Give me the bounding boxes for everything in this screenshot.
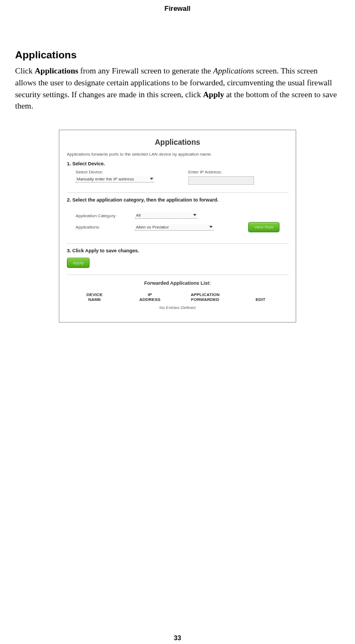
screenshot-frame: Applications Applications forwards ports… <box>59 130 296 323</box>
enter-ip-label: Enter IP Address: <box>188 170 279 175</box>
screenshot-title: Applications <box>67 138 288 146</box>
section-paragraph: Click Applications from any Firewall scr… <box>15 65 340 112</box>
para-text: from any Firewall screen to generate the <box>78 66 213 75</box>
th-device-name: DEVICENAME <box>67 291 122 303</box>
step3-label: 3. Click Apply to save changes. <box>67 248 288 253</box>
page-number: 33 <box>0 634 355 642</box>
link-apply: Apply <box>203 90 224 99</box>
chevron-down-icon <box>209 226 213 228</box>
page-header-title: Firewall <box>0 4 355 12</box>
section-heading: Applications <box>15 49 340 61</box>
step1-label: 1. Select Device. <box>67 161 288 166</box>
applications-value: Alien vs Predator <box>136 225 169 230</box>
apply-button[interactable]: Apply <box>67 258 90 268</box>
select-device-label: Select Device: <box>76 170 167 175</box>
link-applications: Applications <box>35 66 78 75</box>
no-entries-text: No Entries Defined <box>67 305 288 310</box>
ip-address-input[interactable] <box>188 176 254 185</box>
th-ip-address: IPADDRESS <box>122 291 178 303</box>
view-rule-button[interactable]: View Rule <box>248 222 279 232</box>
th-application-forwarded: APPLICATIONFORWARDED <box>178 291 233 303</box>
select-device-value: Manually enter the IP address <box>77 177 134 182</box>
forwarded-list-title: Forwarded Applications List: <box>67 280 288 286</box>
forwarded-table-header: DEVICENAME IPADDRESS APPLICATIONFORWARDE… <box>67 291 288 303</box>
screen-name-em: Applications <box>213 66 254 75</box>
app-category-value: All <box>136 213 141 218</box>
divider <box>67 274 288 275</box>
app-category-dropdown[interactable]: All <box>135 212 197 219</box>
screenshot-subtitle: Applications forwards ports to the selec… <box>67 152 288 157</box>
chevron-down-icon <box>193 214 196 216</box>
divider <box>67 192 288 193</box>
chevron-down-icon <box>150 178 153 180</box>
applications-dropdown[interactable]: Alien vs Predator <box>135 224 214 231</box>
select-device-dropdown[interactable]: Manually enter the IP address <box>76 176 154 183</box>
th-edit: EDIT <box>233 291 289 303</box>
app-category-label: Application Category: <box>76 213 129 218</box>
step2-label: 2. Select the application category, then… <box>67 197 288 203</box>
applications-label: Applications: <box>76 225 129 230</box>
divider <box>67 243 288 244</box>
para-text: Click <box>15 66 35 75</box>
